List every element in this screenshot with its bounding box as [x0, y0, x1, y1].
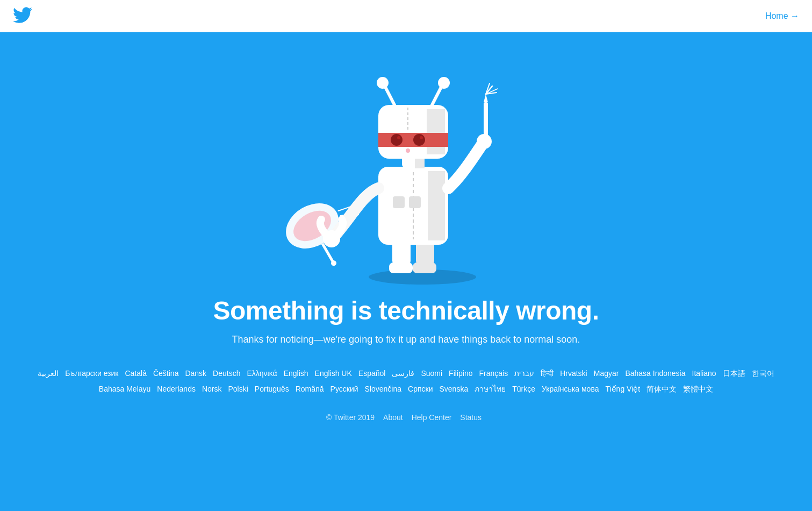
language-link[interactable]: Türkçe — [512, 385, 535, 393]
copyright-text: © Twitter 2019 — [326, 413, 377, 422]
home-link[interactable]: Home → — [765, 11, 799, 21]
main-content: Something is technically wrong. Thanks f… — [0, 32, 812, 511]
svg-line-38 — [432, 86, 442, 105]
language-link[interactable]: English — [284, 369, 308, 378]
language-link[interactable]: Hrvatski — [560, 369, 587, 378]
language-link[interactable]: 日本語 — [723, 369, 745, 379]
language-link[interactable]: Български език — [65, 369, 118, 378]
svg-point-34 — [406, 148, 410, 153]
language-link[interactable]: Deutsch — [213, 369, 240, 378]
svg-line-36 — [385, 86, 394, 105]
language-link[interactable]: Filipino — [449, 369, 472, 378]
language-link[interactable]: Magyar — [594, 369, 619, 378]
language-link[interactable]: 繁體中文 — [683, 385, 713, 394]
language-link[interactable]: Dansk — [185, 369, 206, 378]
language-link[interactable]: Русский — [330, 385, 358, 393]
language-link[interactable]: Bahasa Indonesia — [625, 369, 685, 378]
svg-rect-19 — [484, 102, 488, 140]
svg-rect-13 — [428, 171, 445, 240]
footer-link[interactable]: Help Center — [412, 413, 452, 422]
language-link[interactable]: English UK — [315, 369, 352, 378]
twitter-logo — [13, 7, 32, 25]
svg-rect-10 — [389, 262, 413, 273]
footer-link[interactable]: About — [383, 413, 403, 422]
language-link[interactable]: Italiano — [692, 369, 716, 378]
error-heading: Something is technically wrong. — [213, 296, 599, 325]
language-link[interactable]: 简体中文 — [646, 385, 677, 394]
svg-rect-15 — [393, 196, 405, 208]
site-header: Home → — [0, 0, 812, 32]
svg-point-32 — [413, 134, 425, 146]
footer-link[interactable]: Status — [460, 413, 482, 422]
svg-rect-28 — [427, 109, 445, 154]
language-link[interactable]: Română — [296, 385, 324, 393]
error-text-section: Something is technically wrong. Thanks f… — [203, 285, 610, 361]
language-link[interactable]: 한국어 — [752, 369, 774, 379]
error-subheading: Thanks for noticing—we're going to fix i… — [213, 334, 599, 345]
language-link[interactable]: Nederlands — [157, 385, 196, 393]
language-link[interactable]: Українська мова — [542, 385, 599, 393]
svg-marker-20 — [484, 94, 488, 102]
svg-rect-16 — [409, 196, 421, 208]
robot-illustration — [0, 32, 812, 285]
svg-point-31 — [397, 136, 400, 139]
language-link[interactable]: Polski — [228, 385, 248, 393]
language-link[interactable]: ภาษาไทย — [475, 383, 506, 395]
language-link[interactable]: Français — [479, 369, 508, 378]
language-links: العربيةБългарски езикCatalàČeštinaDanskD… — [0, 361, 812, 408]
language-link[interactable]: العربية — [38, 369, 59, 378]
footer: © Twitter 2019 AboutHelp CenterStatus — [315, 408, 497, 438]
language-link[interactable]: Čeština — [153, 369, 178, 378]
language-link[interactable]: Norsk — [202, 385, 222, 393]
language-link[interactable]: Српски — [408, 385, 433, 393]
language-link[interactable]: עברית — [514, 369, 534, 378]
svg-point-33 — [420, 136, 423, 139]
language-link[interactable]: Ελληνικά — [247, 369, 277, 378]
language-link[interactable]: Suomi — [421, 369, 442, 378]
svg-point-39 — [438, 77, 450, 89]
svg-point-37 — [377, 77, 389, 89]
language-link[interactable]: Català — [125, 369, 146, 378]
language-link[interactable]: Slovenčina — [365, 385, 402, 393]
language-link[interactable]: Español — [358, 369, 386, 378]
language-link[interactable]: Bahasa Melayu — [99, 385, 151, 393]
language-link[interactable]: Svenska — [440, 385, 469, 393]
svg-rect-11 — [413, 262, 436, 273]
language-link[interactable]: Português — [255, 385, 289, 393]
language-link[interactable]: فارسی — [392, 369, 414, 378]
language-link[interactable]: हिन्दी — [541, 369, 554, 378]
svg-point-30 — [391, 134, 403, 146]
language-link[interactable]: Tiếng Việt — [605, 385, 640, 393]
